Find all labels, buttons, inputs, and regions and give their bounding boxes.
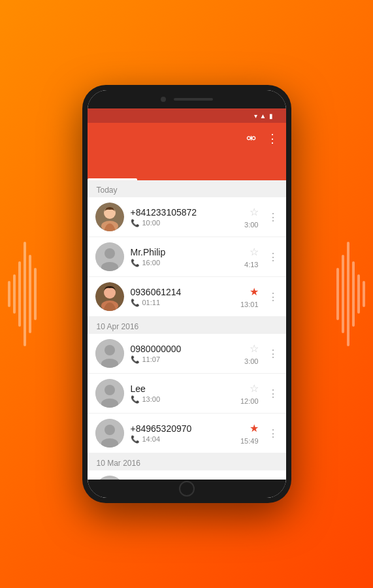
call-name: Mr.Philip <box>131 247 238 257</box>
call-right-actions: ☆3:00 <box>244 342 258 365</box>
call-name: +84965320970 <box>131 423 234 434</box>
more-options-icon[interactable]: ⋮ <box>268 251 278 263</box>
call-item[interactable]: 0936061214📞01:11★13:01⋮ <box>88 277 286 317</box>
call-right-actions: ★13:01 <box>240 286 259 308</box>
favorite-star-icon[interactable]: ☆ <box>250 342 259 355</box>
call-duration: 3:00 <box>244 357 258 365</box>
more-options-icon[interactable]: ⋮ <box>268 291 278 303</box>
camera-dot <box>161 97 166 102</box>
call-item[interactable]: +841233105872📞10:00☆3:00⋮ <box>88 197 286 237</box>
call-item[interactable]: 0980000000📞11:07☆3:00⋮ <box>88 334 286 374</box>
waveform-left-decoration <box>5 203 38 385</box>
tab-favorites[interactable] <box>236 154 286 180</box>
phone-bezel-top <box>88 90 286 108</box>
call-name: 0980000000 <box>131 344 238 354</box>
speaker-bar <box>174 98 213 101</box>
call-right-actions: ☆3:00 <box>244 206 258 229</box>
tab-outgoing[interactable] <box>137 154 187 180</box>
phone-icon: 📞 <box>131 299 140 307</box>
call-name: Lee <box>131 384 234 394</box>
call-right-actions: ☆12:00 <box>240 382 259 405</box>
waveform-right-decoration <box>335 203 368 385</box>
call-info: Mr.Philip📞16:00 <box>131 247 238 267</box>
favorite-star-icon[interactable]: ☆ <box>250 246 259 258</box>
section-date-header: 10 Mar 2016 <box>88 453 286 470</box>
call-info: +84965320970📞14:04 <box>131 423 234 444</box>
call-item[interactable]: David📞09:00☆5:22⋮ <box>88 470 286 480</box>
tab-all[interactable] <box>88 154 137 180</box>
more-options-icon[interactable]: ⋮ <box>268 427 278 440</box>
svg-rect-10 <box>357 274 360 314</box>
more-options-icon[interactable]: ⋮ <box>268 348 278 360</box>
signal-icon: ▾ <box>254 112 257 120</box>
svg-rect-4 <box>13 274 16 314</box>
battery-icon: ▮ <box>269 112 273 120</box>
call-duration: 13:01 <box>240 301 259 308</box>
call-timestamp: 11:07 <box>142 355 161 363</box>
call-name: 0936061214 <box>131 287 234 297</box>
more-options-icon[interactable]: ⋮ <box>267 131 278 146</box>
status-icons: ▾ ▲ ▮ <box>254 112 280 120</box>
call-duration: 3:00 <box>244 221 258 229</box>
svg-rect-6 <box>336 268 339 320</box>
search-icon[interactable]: ⚮ <box>246 131 256 146</box>
call-timestamp: 10:00 <box>142 219 161 227</box>
phone-bezel-bottom <box>88 480 286 498</box>
call-item[interactable]: Lee📞13:00☆12:00⋮ <box>88 374 286 414</box>
call-item[interactable]: Mr.Philip📞16:00☆4:13⋮ <box>88 237 286 277</box>
call-time-row: 📞10:00 <box>131 219 238 227</box>
call-info: 0980000000📞11:07 <box>131 344 238 364</box>
svg-rect-7 <box>342 255 344 333</box>
home-button[interactable] <box>179 481 195 497</box>
call-timestamp: 14:04 <box>142 435 161 443</box>
svg-point-25 <box>105 385 115 395</box>
favorite-star-icon[interactable]: ☆ <box>250 382 259 395</box>
call-info: 0936061214📞01:11 <box>131 287 234 307</box>
call-info: Lee📞13:00 <box>131 384 234 404</box>
tabs-bar <box>88 154 286 180</box>
svg-point-16 <box>105 248 115 259</box>
call-timestamp: 13:00 <box>142 395 161 403</box>
favorite-star-icon[interactable]: ★ <box>250 422 259 434</box>
favorite-star-icon[interactable]: ★ <box>250 286 259 298</box>
phone-shell: ▾ ▲ ▮ ⚮ ⋮ <box>82 85 291 503</box>
call-duration: 4:13 <box>244 261 258 269</box>
favorite-star-icon[interactable]: ☆ <box>250 206 259 218</box>
svg-rect-3 <box>18 261 21 327</box>
call-info: +841233105872📞10:00 <box>131 207 238 227</box>
call-name: +841233105872 <box>131 207 238 218</box>
call-duration: 12:00 <box>240 397 259 405</box>
more-options-icon[interactable]: ⋮ <box>268 211 278 223</box>
svg-point-22 <box>105 345 115 355</box>
svg-rect-2 <box>24 242 26 346</box>
call-timestamp: 16:00 <box>142 259 161 267</box>
avatar <box>95 339 124 368</box>
call-time-row: 📞14:04 <box>131 435 234 444</box>
avatar <box>95 242 124 271</box>
svg-rect-0 <box>34 268 37 320</box>
phone-icon: 📞 <box>131 259 140 267</box>
phone-icon: 📞 <box>131 395 140 404</box>
avatar <box>95 203 124 231</box>
avatar <box>95 282 124 311</box>
svg-rect-8 <box>347 242 349 346</box>
status-bar: ▾ ▲ ▮ <box>88 108 286 123</box>
phone-icon: 📞 <box>131 355 140 364</box>
tab-incoming[interactable] <box>187 154 236 180</box>
phone-icon: 📞 <box>131 435 140 444</box>
call-right-actions: ☆4:13 <box>244 246 258 269</box>
call-time-row: 📞01:11 <box>131 299 234 307</box>
more-options-icon[interactable]: ⋮ <box>268 387 278 400</box>
call-duration: 15:49 <box>240 437 259 445</box>
call-item[interactable]: +84965320970📞14:04★15:49⋮ <box>88 414 286 453</box>
section-date-header: Today <box>88 180 286 197</box>
call-time-row: 📞16:00 <box>131 259 238 267</box>
svg-rect-1 <box>29 255 31 333</box>
call-right-actions: ★15:49 <box>240 422 259 445</box>
call-time-row: 📞13:00 <box>131 395 234 404</box>
phone-icon: 📞 <box>131 219 140 227</box>
call-timestamp: 01:11 <box>142 299 161 306</box>
call-time-row: 📞11:07 <box>131 355 238 364</box>
section-date-header: 10 Apr 2016 <box>88 317 286 334</box>
svg-point-28 <box>105 425 115 435</box>
